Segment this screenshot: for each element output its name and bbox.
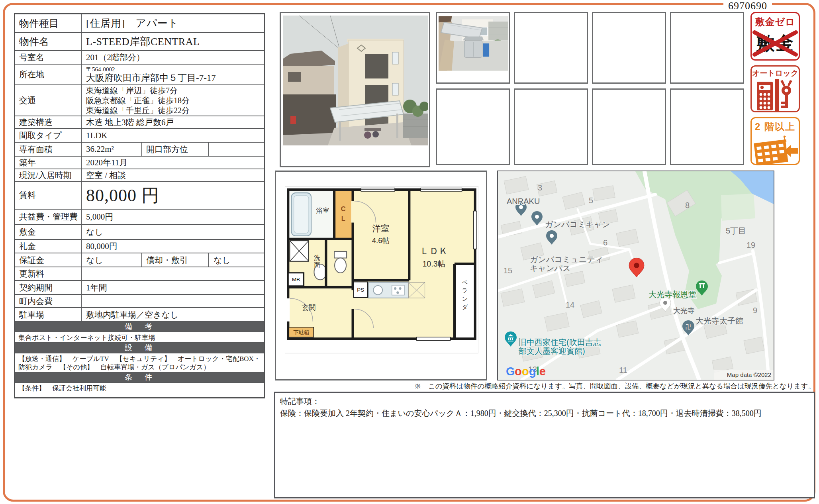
row-value: 201（2階部分） xyxy=(82,51,264,64)
svg-text:卍: 卍 xyxy=(686,324,691,330)
location-map: 3 5 8 6 15 14 9 19 13 11 5丁目 xyxy=(497,171,774,380)
svg-text:ベ: ベ xyxy=(462,279,468,286)
table-row-deposit: 敷金 なし xyxy=(15,225,264,240)
transport-line: 阪急京都線「正雀」徒歩18分 xyxy=(86,96,190,106)
table-row-parking: 駐車場 敷地内駐車場／空きなし xyxy=(15,308,264,322)
svg-text:e: e xyxy=(539,365,546,378)
area-value: 36.22m² xyxy=(82,143,142,156)
row-label: 間取タイプ xyxy=(15,129,82,142)
svg-text:o: o xyxy=(522,365,529,378)
row-value: 木造 地上3階 総戸数6戸 xyxy=(82,116,264,128)
row-value: L-STEED岸部CENTRAL xyxy=(82,33,264,50)
rent-value: 80,000 円 xyxy=(82,182,264,209)
photo-bicycle-area xyxy=(436,12,510,84)
building-photo-illustration xyxy=(283,16,428,145)
section-header-conditions: 条 件 xyxy=(15,373,264,383)
section-header-equipment: 設 備 xyxy=(15,343,264,353)
mb-label: MB xyxy=(292,277,300,282)
ps-label: PS xyxy=(357,287,364,293)
table-row-rent: 賃料 80,000 円 xyxy=(15,182,264,210)
crossed-deposit: 敷金 xyxy=(752,29,798,58)
row-value: なし xyxy=(82,225,264,239)
svg-text:5丁目: 5丁目 xyxy=(726,226,746,235)
western-room-size: 4.6帖 xyxy=(372,236,390,245)
row-value: 80,000円 xyxy=(82,240,264,253)
western-room-label: 洋室 xyxy=(372,224,389,233)
table-row-area: 専有面積 36.22m² 開口部方位 xyxy=(15,143,264,157)
row-value xyxy=(82,295,264,307)
svg-text:19: 19 xyxy=(747,241,755,249)
transport-line: 東海道線「岸辺」徒歩7分 xyxy=(86,86,178,96)
opening-direction-value xyxy=(209,143,264,156)
special-notes-title: 特記事項： xyxy=(280,395,809,407)
row-value xyxy=(82,267,264,280)
photo-placeholder xyxy=(436,88,510,165)
row-label: 賃料 xyxy=(15,182,82,209)
svg-text:6: 6 xyxy=(603,238,607,247)
badge-deposit-zero: 敷金ゼロ 敷金 xyxy=(750,12,800,61)
row-label: 専有面積 xyxy=(15,143,82,156)
table-row-transport: 交通 東海道線「岸辺」徒歩7分 阪急京都線「正雀」徒歩18分 東海道線「千里丘」… xyxy=(15,85,264,116)
row-value: 敷地内駐車場／空きなし xyxy=(82,308,264,321)
section-header-remarks: 備 考 xyxy=(15,322,264,332)
svg-text:11: 11 xyxy=(619,366,627,375)
row-label: 駐車場 xyxy=(15,308,82,321)
transport-line: 東海道線「千里丘」徒歩22分 xyxy=(86,106,190,116)
special-notes: 特記事項： 保険：保険要加入 2年契約・住まいの安心パックＡ：1,980円・鍵交… xyxy=(274,392,815,498)
row-label: 物件名 xyxy=(15,33,82,50)
guarantee-value: なし xyxy=(82,253,142,267)
closet-label-c: C xyxy=(341,205,346,213)
svg-text:8: 8 xyxy=(685,201,690,210)
table-row-structure: 建築構造 木造 地上3階 総戸数6戸 xyxy=(15,116,264,129)
ldk-label: ＬＤＫ xyxy=(420,245,448,256)
closet-label-l: L xyxy=(341,215,345,222)
remarks-text: 集合ポスト・インターネット接続可・駐車場 xyxy=(15,332,264,343)
table-row-property-name: 物件名 L-STEED岸部CENTRAL xyxy=(15,33,264,51)
table-row-renewal-fee: 更新料 xyxy=(15,267,264,281)
svg-text:大光寺太子館: 大光寺太子館 xyxy=(696,316,743,325)
photo-placeholder xyxy=(514,12,588,84)
badge-second-floor-up: 2 階以上 xyxy=(750,117,800,165)
svg-text:面: 面 xyxy=(314,261,320,268)
map-canvas: 3 5 8 6 15 14 9 19 13 11 5丁目 xyxy=(498,171,774,380)
building-floor-icon xyxy=(752,133,799,165)
property-sheet: 6970690 物件種目 [住居用] アパート 物件名 L-STEED岸部CEN… xyxy=(0,0,819,504)
table-row-common-fee: 共益費・管理費 5,000円 xyxy=(15,210,264,225)
intercom-key-icon xyxy=(756,79,795,112)
google-logo: G o o g l e xyxy=(506,365,546,378)
shoebox-label: 下駄箱 xyxy=(293,329,309,335)
bicycle-area-photo-illustration xyxy=(439,16,508,71)
table-row-built: 築年 2020年11月 xyxy=(15,157,264,169)
svg-text:ガンバコミュニティ: ガンバコミュニティ xyxy=(530,255,603,264)
table-row-status: 現況/入居時期 空室 / 相談 xyxy=(15,169,264,182)
main-exterior-photo xyxy=(280,12,430,167)
row-label: 敷金 xyxy=(15,225,82,239)
svg-text:部文人墨客迎賓館): 部文人墨客迎賓館) xyxy=(519,347,585,355)
row-value: 5,000円 xyxy=(82,210,264,224)
row-value: 2020年11月 xyxy=(82,157,264,169)
svg-text:3: 3 xyxy=(538,183,542,192)
table-row-key-money: 礼金 80,000円 xyxy=(15,240,264,253)
svg-text:大光寺: 大光寺 xyxy=(673,307,695,315)
special-notes-body: 保険：保険要加入 2年契約・住まいの安心パックＡ：1,980円・鍵交換代：25,… xyxy=(280,407,809,419)
deposit-zero-label: 敷金ゼロ xyxy=(752,16,799,28)
svg-text:14: 14 xyxy=(566,300,574,309)
row-label: 更新料 xyxy=(15,267,82,280)
document-number: 6970690 xyxy=(723,0,772,12)
table-row-room-no: 号室名 201（2階部分） xyxy=(15,51,264,65)
row-label: 保証金 xyxy=(15,253,82,267)
property-spec-table: 物件種目 [住居用] アパート 物件名 L-STEED岸部CENTRAL 号室名… xyxy=(14,13,265,398)
row-label: 交通 xyxy=(15,85,82,116)
photo-placeholder xyxy=(514,88,588,165)
cross-out-icon xyxy=(752,29,798,58)
photo-placeholder xyxy=(592,12,666,84)
conditions-text: 【条件】 保証会社利用可能 xyxy=(15,383,264,397)
table-row-location: 所在地 〒564-0002 大阪府吹田市岸部中５丁目-7-17 xyxy=(15,65,264,85)
wash-label: 洗 xyxy=(314,254,320,261)
svg-text:旧中西家住宅(吹田吉志: 旧中西家住宅(吹田吉志 xyxy=(519,338,601,347)
postal-code: 〒564-0002 xyxy=(86,66,115,73)
photo-placeholder xyxy=(670,88,744,165)
table-row-contract-term: 契約期間 1年間 xyxy=(15,281,264,295)
map-attribution: Map data ©2022 xyxy=(727,371,771,378)
row-label: 現況/入居時期 xyxy=(15,169,82,181)
